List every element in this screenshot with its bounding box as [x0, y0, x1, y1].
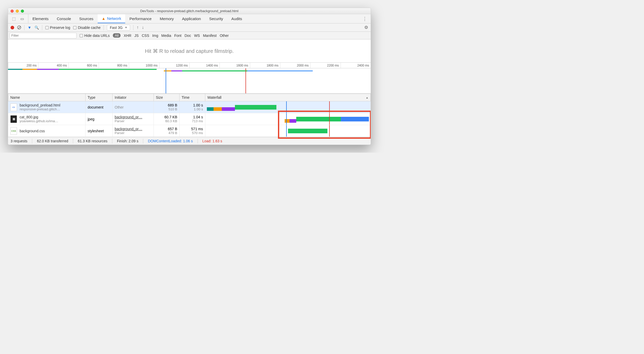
table-row[interactable]: CSS background.css stylesheet background… — [8, 125, 371, 137]
warning-icon: ▲ — [102, 16, 106, 21]
col-size[interactable]: Size — [154, 94, 180, 101]
tab-performance[interactable]: Performance — [125, 14, 156, 23]
timeline-tick: 1400 ms — [189, 63, 219, 68]
timeline-tick: 800 ms — [99, 63, 129, 68]
filter-doc[interactable]: Doc — [184, 34, 191, 38]
filter-media[interactable]: Media — [161, 34, 171, 38]
inspect-icon[interactable]: ⬚ — [12, 17, 16, 21]
overview-bars — [8, 69, 371, 70]
filter-manifest[interactable]: Manifest — [203, 34, 217, 38]
clear-button[interactable] — [17, 26, 21, 29]
status-load: Load: 1.63 s — [202, 139, 222, 143]
download-har-icon[interactable]: ↓ — [142, 25, 144, 30]
filter-input[interactable] — [10, 33, 77, 38]
upload-har-icon[interactable]: ↑ — [137, 25, 139, 30]
image-file-icon: 🖼 — [10, 115, 17, 123]
filter-other[interactable]: Other — [220, 34, 229, 38]
search-icon[interactable]: 🔍 — [35, 26, 39, 30]
status-finish: Finish: 2.09 s — [117, 139, 138, 143]
table-row[interactable]: 🖼 cat_800.jpgyoavweiss.github.io/ima… jp… — [8, 113, 371, 125]
chevron-down-icon: ▼ — [125, 26, 127, 29]
filter-toggle-icon[interactable]: ▼ — [28, 25, 31, 30]
device-toggle-icon[interactable]: ▭ — [20, 17, 24, 21]
network-table: Name Type Initiator Size Time Waterfall▲… — [8, 94, 371, 137]
tab-security[interactable]: Security — [205, 14, 227, 23]
timeline-tick: 400 ms — [38, 63, 68, 68]
filter-xhr[interactable]: XHR — [124, 34, 131, 38]
window-title: DevTools - responsive-preload.glitch.me/… — [8, 9, 371, 13]
tab-application[interactable]: Application — [178, 14, 205, 23]
timeline-tick: 600 ms — [69, 63, 99, 68]
hide-data-urls-checkbox[interactable]: Hide data URLs — [80, 34, 110, 38]
status-bar: 3 requests 62.0 KB transferred 61.3 KB r… — [8, 137, 371, 145]
filter-css[interactable]: CSS — [142, 34, 149, 38]
throttling-select[interactable]: Fast 3G▼ — [107, 25, 130, 30]
filter-font[interactable]: Font — [174, 34, 181, 38]
timeline-tick: 1800 ms — [250, 63, 280, 68]
col-name[interactable]: Name — [8, 94, 86, 101]
network-toolbar: ▼ 🔍 Preserve log Disable cache Fast 3G▼ … — [8, 23, 371, 32]
tab-console[interactable]: Console — [53, 14, 75, 23]
html-file-icon: <> — [10, 103, 17, 111]
status-resources: 61.3 KB resources — [78, 139, 107, 143]
table-row[interactable]: <> background_preload.htmlresponsive-pre… — [8, 101, 371, 113]
timeline-tick: 2200 ms — [310, 63, 340, 68]
panel-tabs: ⬚ ▭ Elements Console Sources ▲ Network P… — [8, 14, 371, 23]
timeline-tick: 200 ms — [8, 63, 38, 68]
waterfall-cell — [205, 101, 371, 113]
col-initiator[interactable]: Initiator — [113, 94, 154, 101]
timeline-tick: 1000 ms — [129, 63, 159, 68]
status-dcl: DOMContentLoaded: 1.06 s — [148, 139, 193, 143]
more-menu-icon[interactable]: ⋮ — [359, 16, 371, 22]
sort-icon: ▲ — [366, 96, 368, 99]
tab-network[interactable]: ▲ Network — [98, 14, 125, 23]
col-waterfall[interactable]: Waterfall▲ — [205, 94, 371, 101]
filmstrip-hint: Hit ⌘ R to reload and capture filmstrip. — [8, 39, 371, 63]
status-requests: 3 requests — [11, 139, 27, 143]
timeline-tick: 1600 ms — [219, 63, 250, 68]
filter-bar: Hide data URLs All XHR JS CSS Img Media … — [8, 32, 371, 39]
filter-all[interactable]: All — [113, 33, 121, 38]
tab-sources[interactable]: Sources — [75, 14, 98, 23]
timeline-tick: 2400 ms — [341, 63, 371, 68]
tab-audits[interactable]: Audits — [227, 14, 246, 23]
waterfall-cell — [205, 125, 371, 137]
tab-elements[interactable]: Elements — [28, 14, 53, 23]
css-file-icon: CSS — [10, 127, 17, 135]
filter-js[interactable]: JS — [134, 34, 139, 38]
record-button[interactable] — [11, 26, 14, 29]
preserve-log-checkbox[interactable]: Preserve log — [45, 26, 70, 30]
tab-memory[interactable]: Memory — [156, 14, 178, 23]
filter-ws[interactable]: WS — [194, 34, 200, 38]
timeline-tick: 1200 ms — [159, 63, 189, 68]
timeline-overview[interactable]: 200 ms 400 ms 600 ms 800 ms 1000 ms 1200… — [8, 63, 371, 94]
disable-cache-checkbox[interactable]: Disable cache — [73, 26, 100, 30]
titlebar: DevTools - responsive-preload.glitch.me/… — [8, 8, 371, 14]
col-time[interactable]: Time — [180, 94, 205, 101]
waterfall-cell — [205, 113, 371, 125]
devtools-window: DevTools - responsive-preload.glitch.me/… — [8, 8, 371, 145]
col-type[interactable]: Type — [86, 94, 113, 101]
status-transferred: 62.0 KB transferred — [37, 139, 68, 143]
timeline-tick: 2000 ms — [280, 63, 310, 68]
settings-icon[interactable]: ⚙ — [364, 25, 368, 30]
filter-img[interactable]: Img — [152, 34, 158, 38]
